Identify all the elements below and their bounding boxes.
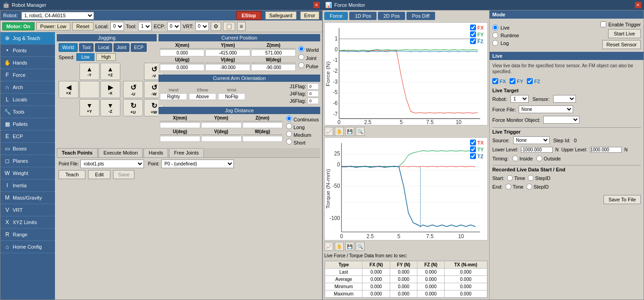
lower-level-input[interactable]: [521, 147, 553, 153]
tz-checkbox[interactable]: [470, 153, 476, 159]
chart2-icon2[interactable]: ✋: [335, 242, 344, 251]
pos-radio-world[interactable]: World: [298, 46, 319, 53]
enable-trigger-checkbox[interactable]: [600, 21, 606, 27]
fz-checkbox[interactable]: [470, 38, 476, 44]
sidebar-item-planes[interactable]: ◻ Planes: [0, 155, 55, 167]
chart2-icon3[interactable]: 💾: [345, 242, 354, 251]
fm-tab-pos-diff[interactable]: Pos Diff: [406, 12, 435, 20]
ty-checkbox-row[interactable]: TY: [470, 146, 484, 152]
sidebar-item-xyz-limits[interactable]: X XYZ Limits: [0, 216, 55, 229]
side-fx-checkbox[interactable]: [492, 78, 498, 84]
jd-z-input[interactable]: [243, 122, 283, 128]
sidebar-item-tools[interactable]: 🔧 Tools: [0, 106, 55, 118]
sidebar-item-range[interactable]: R Range: [0, 229, 55, 241]
end-time-radio[interactable]: Time: [505, 184, 524, 190]
sidebar-item-boxes[interactable]: ▭ Boxes: [0, 143, 55, 155]
coord-world-btn[interactable]: World: [59, 43, 78, 52]
robot-manager-close-btn[interactable]: ✕: [313, 2, 320, 8]
sidebar-item-home-config[interactable]: ⌂ Home Config: [0, 241, 55, 253]
chart1-icon3[interactable]: 💾: [345, 127, 354, 136]
jog-pos-y-btn[interactable]: ▼ +Y: [79, 99, 99, 116]
sidebar-item-jog-teach[interactable]: ⊕ Jog & Teach: [0, 32, 55, 45]
jd-long[interactable]: Long: [286, 123, 319, 130]
chart1-icon2[interactable]: ✋: [335, 127, 344, 136]
error-button[interactable]: Error: [300, 11, 319, 20]
side-fy-checkbox[interactable]: [510, 78, 515, 84]
sidebar-item-ecp[interactable]: E ECP: [0, 130, 55, 143]
sidebar-item-mass-gravity[interactable]: M Mass/Gravity: [0, 192, 55, 204]
point-file-select[interactable]: robot1.pts: [80, 160, 144, 168]
timing-inside[interactable]: Inside: [512, 155, 533, 161]
edit-button[interactable]: Edit: [88, 170, 110, 179]
reset-button[interactable]: Reset: [72, 22, 94, 30]
teach-button[interactable]: Teach: [59, 170, 85, 179]
estop-button[interactable]: EStop: [236, 11, 262, 20]
mode-live-radio[interactable]: Live: [492, 25, 519, 30]
timing-outside[interactable]: Outside: [536, 155, 561, 161]
chart2-icon1[interactable]: 📈: [324, 242, 333, 251]
save-button[interactable]: Save: [113, 170, 134, 179]
jog-neg-u-btn[interactable]: ↺ -U: [123, 81, 143, 98]
sidebar-item-arch[interactable]: ∩ Arch: [0, 81, 55, 94]
jd-v-input[interactable]: [201, 136, 242, 142]
speed-high-btn[interactable]: High: [96, 53, 116, 61]
tab-hands[interactable]: Hands: [144, 148, 168, 157]
tx-checkbox[interactable]: [470, 140, 476, 145]
icon-btn-3[interactable]: ≡: [237, 22, 246, 31]
fm-tab-force[interactable]: Force: [324, 12, 348, 20]
icon-btn-2[interactable]: 📋: [223, 22, 235, 31]
coord-local-btn[interactable]: Local: [95, 43, 112, 52]
fx-checkbox[interactable]: [470, 25, 476, 30]
jd-continuous[interactable]: Continuous: [286, 115, 319, 122]
fy-cb-row[interactable]: FY: [510, 78, 523, 84]
pos-radio-joint[interactable]: Joint: [298, 54, 319, 61]
ecp-select[interactable]: 012: [167, 22, 181, 31]
safeguard-button[interactable]: Safeguard: [265, 11, 297, 20]
jog-pos-u-btn[interactable]: ↻ +U: [123, 99, 143, 116]
local-select[interactable]: 012: [110, 22, 124, 31]
power-low-button[interactable]: Power: Low: [36, 22, 70, 30]
jd-medium[interactable]: Medium: [286, 131, 319, 138]
robot-select[interactable]: 1, robot1, C4-A601S: [21, 12, 94, 20]
fm-tab-1d-pos[interactable]: 1D Pos: [349, 12, 376, 20]
jog-neg-y-btn[interactable]: ▲ -Y: [79, 63, 99, 80]
coord-tool-btn[interactable]: Tool: [79, 43, 94, 52]
tab-execute-motion[interactable]: Execute Motion: [99, 148, 143, 157]
jog-pos-x-btn[interactable]: ◀ +X: [59, 81, 79, 98]
start-time-radio[interactable]: Time: [507, 175, 525, 181]
sensor-select[interactable]: [553, 95, 576, 103]
jog-neg-x-btn[interactable]: ▶ -X: [100, 81, 120, 98]
sidebar-item-pallets[interactable]: ▦ Pallets: [0, 118, 55, 130]
speed-low-btn[interactable]: Low: [76, 53, 94, 61]
jog-pos-z-btn[interactable]: ▲ +Z: [100, 63, 120, 80]
coord-joint-btn[interactable]: Joint: [114, 43, 129, 52]
force-file-select[interactable]: None: [519, 105, 573, 113]
motor-on-button[interactable]: Motor: On: [2, 22, 35, 30]
chart1-icon1[interactable]: 📈: [324, 127, 333, 136]
tab-free-joints[interactable]: Free Joints: [169, 148, 203, 157]
sidebar-item-vrt[interactable]: V VRT: [0, 204, 55, 216]
robot-number-select[interactable]: 12: [510, 95, 529, 103]
side-fz-checkbox[interactable]: [527, 78, 533, 84]
enable-trigger-cb[interactable]: Enable Trigger: [600, 21, 641, 27]
fz-cb-row[interactable]: FZ: [527, 78, 540, 84]
point-select[interactable]: P0 - (undefined): [161, 160, 234, 168]
fy-checkbox[interactable]: [470, 31, 476, 37]
sidebar-item-locals[interactable]: L Locals: [0, 94, 55, 106]
force-monitor-obj-select[interactable]: [543, 116, 580, 124]
coord-ecp-btn[interactable]: ECP: [131, 43, 147, 52]
fy-checkbox-row[interactable]: FY: [470, 31, 484, 37]
fx-cb-row[interactable]: FX: [492, 78, 506, 84]
sidebar-item-force[interactable]: F Force: [0, 69, 55, 81]
ty-checkbox[interactable]: [470, 146, 476, 152]
tool-select[interactable]: 123: [138, 22, 152, 31]
jd-w-input[interactable]: [243, 136, 283, 142]
start-live-btn[interactable]: Start Live: [608, 29, 641, 38]
vrt-select[interactable]: 012: [195, 22, 209, 31]
fm-tab-2d-pos[interactable]: 2D Pos: [378, 12, 405, 20]
tz-checkbox-row[interactable]: TZ: [470, 153, 484, 159]
jd-u-input[interactable]: [160, 136, 200, 142]
sidebar-item-inertia[interactable]: I Inertia: [0, 180, 55, 192]
sidebar-item-hands[interactable]: ✋ Hands: [0, 57, 55, 69]
tx-checkbox-row[interactable]: TX: [470, 140, 484, 145]
